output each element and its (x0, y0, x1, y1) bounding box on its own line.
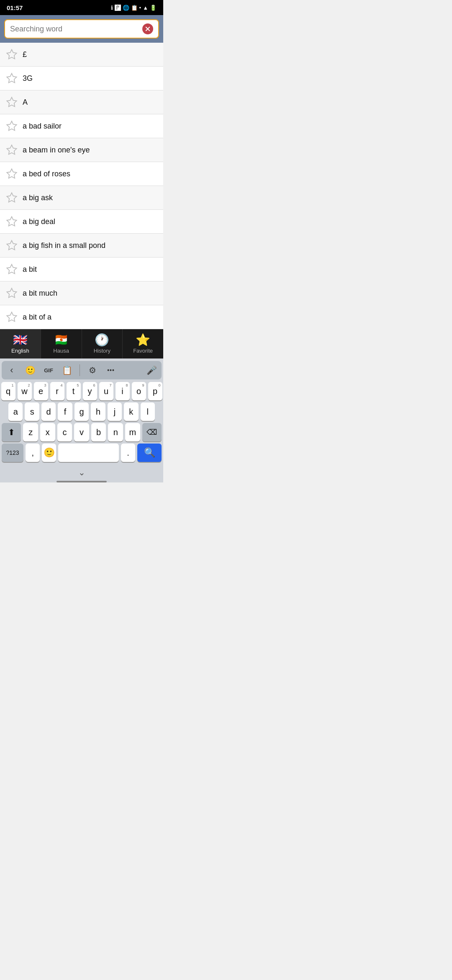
keyboard-area: ‹ 🙂 GIF 📋 ⚙ ••• 🎤 1q2w3e4r5t6y7u8i9o0p a… (0, 358, 163, 482)
search-input[interactable] (10, 25, 142, 34)
list-item[interactable]: a bit of a (0, 305, 163, 329)
tab-english[interactable]: 🇬🇧 English (0, 329, 41, 358)
key-letter: q (6, 387, 10, 395)
space-key[interactable] (58, 444, 119, 462)
key-c[interactable]: c (57, 423, 72, 441)
emoji-toolbar-button[interactable]: 🙂 (23, 363, 38, 378)
star-icon[interactable] (6, 192, 18, 204)
p-icon: 🅿 (115, 4, 121, 11)
star-icon[interactable] (6, 240, 18, 251)
star-icon[interactable] (6, 120, 18, 132)
more-icon: ••• (107, 367, 115, 374)
back-button[interactable]: ‹ (4, 363, 19, 378)
key-f[interactable]: f (58, 402, 72, 421)
star-icon[interactable] (6, 49, 18, 60)
key-t[interactable]: 5t (67, 382, 81, 400)
settings-icon: ⚙ (89, 365, 96, 375)
comma-label: , (31, 449, 34, 457)
key-s[interactable]: s (25, 402, 39, 421)
key-j[interactable]: j (108, 402, 122, 421)
key-u[interactable]: 7u (99, 382, 113, 400)
symbols-key[interactable]: ?123 (2, 444, 23, 462)
star-icon[interactable] (6, 168, 18, 180)
delete-key[interactable]: ⌫ (142, 423, 162, 441)
battery-icon: 🔋 (150, 5, 157, 11)
star-icon[interactable] (6, 216, 18, 227)
star-icon[interactable] (6, 287, 18, 299)
list-item[interactable]: a bad sailor (0, 114, 163, 138)
star-icon[interactable] (6, 263, 18, 275)
key-y[interactable]: 6y (83, 382, 97, 400)
search-icon: 🔍 (144, 448, 155, 457)
list-item[interactable]: a bed of roses (0, 162, 163, 186)
status-time: 01:57 (7, 4, 23, 11)
delete-icon: ⌫ (146, 428, 157, 436)
key-letter: v (80, 428, 84, 436)
star-icon[interactable] (6, 311, 18, 323)
comma-key[interactable]: , (26, 444, 40, 462)
clipboard-toolbar-button[interactable]: 📋 (59, 363, 74, 378)
key-o[interactable]: 9o (132, 382, 146, 400)
chevron-down-icon[interactable]: ⌄ (78, 467, 85, 477)
key-p[interactable]: 0p (148, 382, 162, 400)
list-item[interactable]: a big deal (0, 210, 163, 234)
symbols-label: ?123 (6, 450, 19, 456)
key-num: 8 (126, 383, 128, 387)
dot-icon: • (139, 5, 141, 11)
star-icon[interactable] (6, 144, 18, 156)
gif-button[interactable]: GIF (41, 363, 56, 378)
key-k[interactable]: k (124, 402, 138, 421)
key-a[interactable]: a (8, 402, 23, 421)
shift-icon: ⬆ (8, 428, 15, 436)
key-h[interactable]: h (91, 402, 105, 421)
word-text: a bit of a (23, 313, 51, 322)
key-g[interactable]: g (74, 402, 89, 421)
list-item[interactable]: 3G (0, 67, 163, 90)
list-item[interactable]: £ (0, 43, 163, 67)
key-w[interactable]: 2w (18, 382, 32, 400)
key-num: 9 (142, 383, 144, 387)
mic-icon: 🎤 (146, 365, 157, 375)
tab-history[interactable]: 🕐 History (82, 329, 123, 358)
tab-label-hausa: Hausa (53, 348, 69, 354)
key-letter: f (64, 407, 67, 416)
star-icon[interactable] (6, 96, 18, 108)
key-letter: n (113, 428, 118, 436)
key-e[interactable]: 3e (34, 382, 48, 400)
tab-label-history: History (94, 348, 110, 354)
key-letter: h (96, 407, 100, 416)
list-item[interactable]: a big ask (0, 186, 163, 210)
shift-key[interactable]: ⬆ (2, 423, 21, 441)
star-icon[interactable] (6, 72, 18, 84)
list-item[interactable]: A (0, 90, 163, 114)
key-v[interactable]: v (74, 423, 89, 441)
key-b[interactable]: b (91, 423, 106, 441)
key-d[interactable]: d (41, 402, 56, 421)
clear-button[interactable] (142, 23, 153, 34)
key-letter: d (46, 407, 51, 416)
key-z[interactable]: z (23, 423, 38, 441)
list-item[interactable]: a big fish in a small pond (0, 234, 163, 258)
clipboard-icon: 📋 (131, 5, 138, 11)
word-text: a beam in one's eye (23, 146, 90, 155)
key-i[interactable]: 8i (116, 382, 130, 400)
keyboard-row-3: ⬆zxcvbnm⌫ (2, 423, 162, 441)
key-x[interactable]: x (40, 423, 55, 441)
key-r[interactable]: 4r (50, 382, 64, 400)
tab-favorite[interactable]: ⭐ Favorite (123, 329, 163, 358)
smiley-key[interactable]: 🙂 (42, 444, 56, 462)
key-l[interactable]: l (141, 402, 155, 421)
tab-hausa[interactable]: 🇳🇪 Hausa (41, 329, 82, 358)
list-item[interactable]: a bit (0, 258, 163, 281)
list-item[interactable]: a beam in one's eye (0, 138, 163, 162)
mic-button[interactable]: 🎤 (144, 363, 159, 378)
more-button[interactable]: ••• (103, 363, 118, 378)
key-letter: s (30, 407, 34, 416)
settings-button[interactable]: ⚙ (85, 363, 100, 378)
period-key[interactable]: . (121, 444, 135, 462)
key-m[interactable]: m (125, 423, 140, 441)
key-n[interactable]: n (108, 423, 123, 441)
search-key[interactable]: 🔍 (137, 444, 162, 462)
key-q[interactable]: 1q (1, 382, 15, 400)
list-item[interactable]: a bit much (0, 281, 163, 305)
